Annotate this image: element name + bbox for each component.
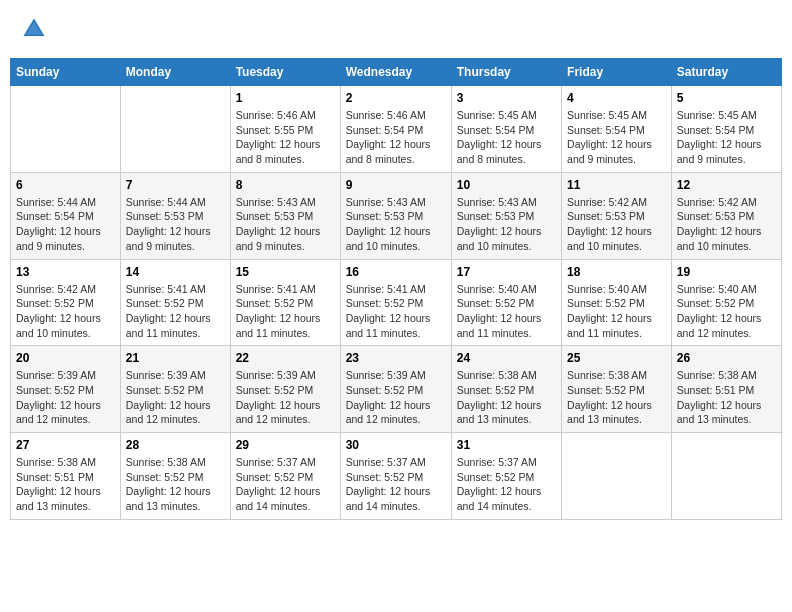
day-number: 30: [346, 438, 446, 452]
calendar-cell: 4Sunrise: 5:45 AM Sunset: 5:54 PM Daylig…: [562, 86, 672, 173]
day-number: 16: [346, 265, 446, 279]
day-info: Sunrise: 5:37 AM Sunset: 5:52 PM Dayligh…: [457, 455, 556, 514]
weekday-header-sunday: Sunday: [11, 59, 121, 86]
day-info: Sunrise: 5:40 AM Sunset: 5:52 PM Dayligh…: [567, 282, 666, 341]
logo: [20, 15, 52, 43]
day-info: Sunrise: 5:38 AM Sunset: 5:52 PM Dayligh…: [457, 368, 556, 427]
calendar-cell: [11, 86, 121, 173]
day-info: Sunrise: 5:38 AM Sunset: 5:52 PM Dayligh…: [126, 455, 225, 514]
day-number: 28: [126, 438, 225, 452]
day-number: 26: [677, 351, 776, 365]
day-number: 18: [567, 265, 666, 279]
day-number: 14: [126, 265, 225, 279]
day-number: 3: [457, 91, 556, 105]
day-info: Sunrise: 5:46 AM Sunset: 5:54 PM Dayligh…: [346, 108, 446, 167]
calendar-cell: 27Sunrise: 5:38 AM Sunset: 5:51 PM Dayli…: [11, 433, 121, 520]
day-info: Sunrise: 5:41 AM Sunset: 5:52 PM Dayligh…: [126, 282, 225, 341]
calendar-cell: 13Sunrise: 5:42 AM Sunset: 5:52 PM Dayli…: [11, 259, 121, 346]
weekday-header-saturday: Saturday: [671, 59, 781, 86]
day-number: 8: [236, 178, 335, 192]
day-info: Sunrise: 5:38 AM Sunset: 5:51 PM Dayligh…: [16, 455, 115, 514]
calendar-cell: 6Sunrise: 5:44 AM Sunset: 5:54 PM Daylig…: [11, 172, 121, 259]
weekday-header-monday: Monday: [120, 59, 230, 86]
day-info: Sunrise: 5:46 AM Sunset: 5:55 PM Dayligh…: [236, 108, 335, 167]
day-number: 13: [16, 265, 115, 279]
day-info: Sunrise: 5:37 AM Sunset: 5:52 PM Dayligh…: [236, 455, 335, 514]
day-number: 7: [126, 178, 225, 192]
day-number: 19: [677, 265, 776, 279]
day-info: Sunrise: 5:43 AM Sunset: 5:53 PM Dayligh…: [346, 195, 446, 254]
calendar-cell: 3Sunrise: 5:45 AM Sunset: 5:54 PM Daylig…: [451, 86, 561, 173]
day-number: 21: [126, 351, 225, 365]
day-info: Sunrise: 5:42 AM Sunset: 5:52 PM Dayligh…: [16, 282, 115, 341]
day-number: 12: [677, 178, 776, 192]
day-info: Sunrise: 5:40 AM Sunset: 5:52 PM Dayligh…: [677, 282, 776, 341]
calendar-cell: 14Sunrise: 5:41 AM Sunset: 5:52 PM Dayli…: [120, 259, 230, 346]
calendar-cell: 23Sunrise: 5:39 AM Sunset: 5:52 PM Dayli…: [340, 346, 451, 433]
day-info: Sunrise: 5:37 AM Sunset: 5:52 PM Dayligh…: [346, 455, 446, 514]
calendar-cell: 19Sunrise: 5:40 AM Sunset: 5:52 PM Dayli…: [671, 259, 781, 346]
calendar-cell: 20Sunrise: 5:39 AM Sunset: 5:52 PM Dayli…: [11, 346, 121, 433]
day-info: Sunrise: 5:43 AM Sunset: 5:53 PM Dayligh…: [457, 195, 556, 254]
day-info: Sunrise: 5:41 AM Sunset: 5:52 PM Dayligh…: [346, 282, 446, 341]
day-info: Sunrise: 5:41 AM Sunset: 5:52 PM Dayligh…: [236, 282, 335, 341]
calendar-cell: 5Sunrise: 5:45 AM Sunset: 5:54 PM Daylig…: [671, 86, 781, 173]
calendar-cell: 18Sunrise: 5:40 AM Sunset: 5:52 PM Dayli…: [562, 259, 672, 346]
day-number: 2: [346, 91, 446, 105]
calendar-cell: 29Sunrise: 5:37 AM Sunset: 5:52 PM Dayli…: [230, 433, 340, 520]
weekday-header-thursday: Thursday: [451, 59, 561, 86]
day-info: Sunrise: 5:39 AM Sunset: 5:52 PM Dayligh…: [236, 368, 335, 427]
calendar-week-row: 6Sunrise: 5:44 AM Sunset: 5:54 PM Daylig…: [11, 172, 782, 259]
day-number: 6: [16, 178, 115, 192]
calendar-cell: 7Sunrise: 5:44 AM Sunset: 5:53 PM Daylig…: [120, 172, 230, 259]
calendar-cell: 15Sunrise: 5:41 AM Sunset: 5:52 PM Dayli…: [230, 259, 340, 346]
calendar-cell: 26Sunrise: 5:38 AM Sunset: 5:51 PM Dayli…: [671, 346, 781, 433]
day-info: Sunrise: 5:38 AM Sunset: 5:52 PM Dayligh…: [567, 368, 666, 427]
day-info: Sunrise: 5:39 AM Sunset: 5:52 PM Dayligh…: [126, 368, 225, 427]
day-number: 15: [236, 265, 335, 279]
day-number: 11: [567, 178, 666, 192]
day-number: 4: [567, 91, 666, 105]
calendar-cell: 16Sunrise: 5:41 AM Sunset: 5:52 PM Dayli…: [340, 259, 451, 346]
calendar-week-row: 20Sunrise: 5:39 AM Sunset: 5:52 PM Dayli…: [11, 346, 782, 433]
calendar-cell: 31Sunrise: 5:37 AM Sunset: 5:52 PM Dayli…: [451, 433, 561, 520]
calendar-cell: 30Sunrise: 5:37 AM Sunset: 5:52 PM Dayli…: [340, 433, 451, 520]
day-number: 23: [346, 351, 446, 365]
day-info: Sunrise: 5:44 AM Sunset: 5:53 PM Dayligh…: [126, 195, 225, 254]
day-number: 25: [567, 351, 666, 365]
day-number: 22: [236, 351, 335, 365]
calendar-cell: 9Sunrise: 5:43 AM Sunset: 5:53 PM Daylig…: [340, 172, 451, 259]
day-number: 20: [16, 351, 115, 365]
day-number: 27: [16, 438, 115, 452]
day-number: 5: [677, 91, 776, 105]
calendar-cell: 24Sunrise: 5:38 AM Sunset: 5:52 PM Dayli…: [451, 346, 561, 433]
day-info: Sunrise: 5:40 AM Sunset: 5:52 PM Dayligh…: [457, 282, 556, 341]
day-info: Sunrise: 5:42 AM Sunset: 5:53 PM Dayligh…: [567, 195, 666, 254]
day-number: 10: [457, 178, 556, 192]
calendar-cell: 2Sunrise: 5:46 AM Sunset: 5:54 PM Daylig…: [340, 86, 451, 173]
calendar-week-row: 1Sunrise: 5:46 AM Sunset: 5:55 PM Daylig…: [11, 86, 782, 173]
day-info: Sunrise: 5:43 AM Sunset: 5:53 PM Dayligh…: [236, 195, 335, 254]
calendar-cell: 28Sunrise: 5:38 AM Sunset: 5:52 PM Dayli…: [120, 433, 230, 520]
day-number: 9: [346, 178, 446, 192]
day-number: 17: [457, 265, 556, 279]
calendar-cell: 21Sunrise: 5:39 AM Sunset: 5:52 PM Dayli…: [120, 346, 230, 433]
day-info: Sunrise: 5:39 AM Sunset: 5:52 PM Dayligh…: [16, 368, 115, 427]
calendar-cell: 22Sunrise: 5:39 AM Sunset: 5:52 PM Dayli…: [230, 346, 340, 433]
calendar-week-row: 27Sunrise: 5:38 AM Sunset: 5:51 PM Dayli…: [11, 433, 782, 520]
day-info: Sunrise: 5:38 AM Sunset: 5:51 PM Dayligh…: [677, 368, 776, 427]
calendar-cell: 25Sunrise: 5:38 AM Sunset: 5:52 PM Dayli…: [562, 346, 672, 433]
calendar-cell: [671, 433, 781, 520]
calendar-cell: 10Sunrise: 5:43 AM Sunset: 5:53 PM Dayli…: [451, 172, 561, 259]
weekday-header-wednesday: Wednesday: [340, 59, 451, 86]
day-info: Sunrise: 5:45 AM Sunset: 5:54 PM Dayligh…: [677, 108, 776, 167]
calendar-cell: 12Sunrise: 5:42 AM Sunset: 5:53 PM Dayli…: [671, 172, 781, 259]
day-number: 31: [457, 438, 556, 452]
calendar-cell: 8Sunrise: 5:43 AM Sunset: 5:53 PM Daylig…: [230, 172, 340, 259]
day-number: 24: [457, 351, 556, 365]
calendar-week-row: 13Sunrise: 5:42 AM Sunset: 5:52 PM Dayli…: [11, 259, 782, 346]
day-info: Sunrise: 5:45 AM Sunset: 5:54 PM Dayligh…: [567, 108, 666, 167]
calendar-table: SundayMondayTuesdayWednesdayThursdayFrid…: [10, 58, 782, 520]
page-header: [10, 10, 782, 48]
day-info: Sunrise: 5:44 AM Sunset: 5:54 PM Dayligh…: [16, 195, 115, 254]
